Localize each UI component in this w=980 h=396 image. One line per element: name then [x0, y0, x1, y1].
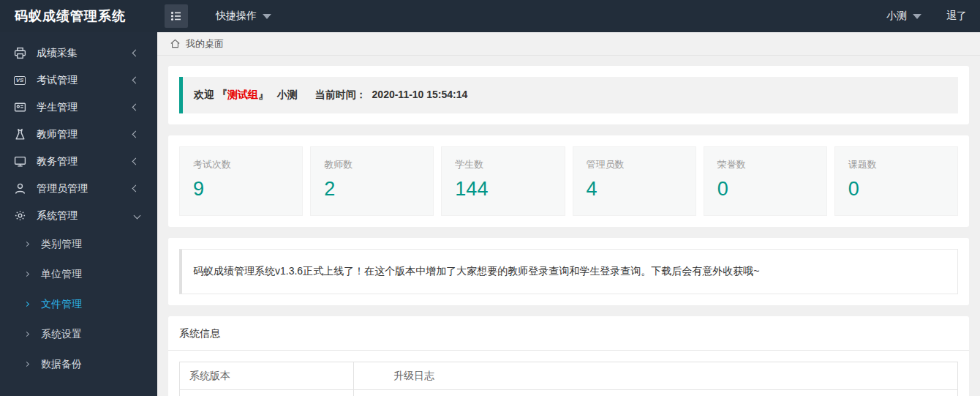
chevron-left-icon — [132, 158, 140, 165]
user-menu-dropdown[interactable]: 小测 — [886, 10, 921, 23]
sidebar-subitem-file-manage[interactable]: 文件管理 — [0, 289, 157, 319]
bracket-open: 『 — [217, 89, 227, 100]
stat-card-admin-count: 管理员数 4 — [573, 146, 696, 216]
bracket-close: 』 — [258, 89, 268, 100]
sidebar-item-label: 考试管理 — [37, 74, 78, 87]
sidebar-subitem-label: 类别管理 — [41, 238, 82, 251]
gear-icon — [13, 209, 26, 223]
chevron-left-icon — [132, 77, 140, 84]
stat-value: 2 — [324, 178, 420, 201]
group-name: 测试组 — [227, 89, 258, 100]
stat-value: 4 — [587, 178, 682, 201]
stat-label: 荣誉数 — [717, 158, 813, 171]
quick-actions-dropdown[interactable]: 快捷操作 — [216, 10, 271, 23]
breadcrumb[interactable]: 我的桌面 — [157, 32, 980, 56]
stat-label: 学生数 — [455, 158, 551, 171]
table-row: 服务器地址 172.17.62.142 — [180, 390, 958, 396]
sidebar-item-label: 学生管理 — [37, 101, 78, 114]
system-info-panel: 系统信息 系统版本 升级日志 服务器地址 172.17.62.142 — [168, 316, 969, 396]
printer-icon — [13, 47, 26, 60]
chevron-down-icon — [913, 14, 921, 19]
system-info-table: 系统版本 升级日志 服务器地址 172.17.62.142 — [179, 362, 958, 396]
breadcrumb-label: 我的桌面 — [186, 37, 224, 51]
stat-card-honor-count: 荣誉数 0 — [704, 146, 827, 216]
stat-card-student-count: 学生数 144 — [441, 146, 565, 216]
sidebar-item-system-manage[interactable]: 系统管理 — [0, 202, 157, 229]
list-menu-icon — [170, 10, 183, 23]
stat-card-topic-count: 课题数 0 — [834, 146, 958, 216]
server-address-value: 172.17.62.142 — [354, 390, 958, 396]
stat-label: 考试次数 — [193, 158, 289, 171]
chevron-right-icon — [24, 272, 29, 277]
upgrade-log-link[interactable]: 升级日志 — [354, 362, 958, 390]
sidebar-subitem-label: 数据备份 — [41, 358, 82, 371]
quick-actions-label: 快捷操作 — [216, 10, 257, 23]
stat-value: 0 — [848, 178, 944, 201]
sidebar-item-academic-manage[interactable]: 教务管理 — [0, 148, 157, 175]
chevron-left-icon — [132, 131, 140, 138]
table-row: 系统版本 升级日志 — [180, 362, 958, 390]
top-header: 码蚁成绩管理系统 快捷操作 小测 退了 — [0, 0, 980, 32]
logout-button[interactable]: 退了 — [946, 10, 967, 23]
home-icon — [170, 38, 181, 49]
id-card-icon — [13, 101, 26, 114]
stat-card-teacher-count: 教师数 2 — [310, 146, 434, 216]
system-version-key: 系统版本 — [180, 362, 354, 390]
sidebar-item-student-manage[interactable]: 学生管理 — [0, 94, 157, 121]
chevron-right-icon — [24, 242, 29, 247]
system-info-title: 系统信息 — [168, 316, 969, 351]
sidebar-item-label: 教师管理 — [37, 128, 78, 141]
main-content: 我的桌面 欢迎 『测试组』 小测 当前时间： 2020-11-10 15:54:… — [157, 32, 980, 396]
stat-label: 管理员数 — [587, 158, 682, 171]
sidebar-item-label: 教务管理 — [37, 155, 78, 168]
server-address-key: 服务器地址 — [180, 390, 354, 396]
announcement-text: 码蚁成绩管理系统v1.3.6正式上线了！在这个版本中增加了大家想要的教师登录查询… — [179, 249, 958, 294]
welcome-alert: 欢迎 『测试组』 小测 当前时间： 2020-11-10 15:54:14 — [179, 77, 958, 113]
stat-label: 教师数 — [324, 158, 420, 171]
chevron-down-icon — [134, 212, 141, 220]
sidebar-subitem-label: 系统设置 — [41, 328, 82, 341]
chevron-right-icon — [24, 332, 29, 337]
dress-icon — [13, 128, 26, 141]
stat-label: 课题数 — [848, 158, 944, 171]
chevron-right-icon — [24, 362, 29, 367]
sidebar-item-teacher-manage[interactable]: 教师管理 — [0, 121, 157, 148]
chevron-left-icon — [132, 185, 140, 193]
current-time-label: 当前时间： — [315, 89, 366, 100]
stat-value: 144 — [455, 178, 551, 201]
sidebar-item-label: 成绩采集 — [37, 47, 78, 60]
chevron-left-icon — [132, 104, 140, 111]
sidebar-subitem-data-backup[interactable]: 数据备份 — [0, 349, 157, 379]
stat-card-exam-count: 考试次数 9 — [179, 146, 303, 216]
sidebar-item-exam-manage[interactable]: VS 考试管理 — [0, 67, 157, 94]
welcome-prefix: 欢迎 — [194, 89, 214, 100]
sidebar-item-label: 管理员管理 — [37, 182, 88, 195]
sidebar-toggle-button[interactable] — [165, 4, 188, 28]
sidebar-subitem-category-manage[interactable]: 类别管理 — [0, 229, 157, 259]
welcome-panel: 欢迎 『测试组』 小测 当前时间： 2020-11-10 15:54:14 — [168, 66, 969, 124]
user-icon — [13, 182, 26, 195]
chevron-down-icon — [263, 14, 271, 19]
welcome-user-name: 小测 — [277, 89, 298, 100]
vs-icon: VS — [13, 74, 26, 87]
sidebar-subitem-unit-manage[interactable]: 单位管理 — [0, 259, 157, 289]
app-title: 码蚁成绩管理系统 — [0, 7, 157, 25]
stat-value: 0 — [717, 178, 813, 201]
sidebar-item-label: 系统管理 — [37, 209, 78, 223]
monitor-icon — [13, 155, 26, 168]
chevron-left-icon — [132, 50, 140, 57]
announcement-panel: 码蚁成绩管理系统v1.3.6正式上线了！在这个版本中增加了大家想要的教师登录查询… — [168, 238, 969, 305]
chevron-right-icon — [24, 302, 29, 307]
sidebar-item-admin-manage[interactable]: 管理员管理 — [0, 175, 157, 202]
sidebar-subitem-label: 文件管理 — [41, 298, 82, 311]
sidebar-nav: 成绩采集 VS 考试管理 学生管理 教师管理 — [0, 32, 157, 396]
sidebar-item-score-collect[interactable]: 成绩采集 — [0, 40, 157, 67]
user-name: 小测 — [886, 10, 907, 23]
stats-panel: 考试次数 9 教师数 2 学生数 144 管理员数 4 荣誉数 0 — [168, 135, 969, 227]
sidebar-subitem-label: 单位管理 — [41, 268, 82, 281]
current-time-value: 2020-11-10 15:54:14 — [372, 89, 468, 100]
stat-value: 9 — [193, 178, 289, 201]
system-manage-submenu: 类别管理 单位管理 文件管理 系统设置 数据备份 — [0, 229, 157, 379]
sidebar-subitem-system-settings[interactable]: 系统设置 — [0, 319, 157, 349]
